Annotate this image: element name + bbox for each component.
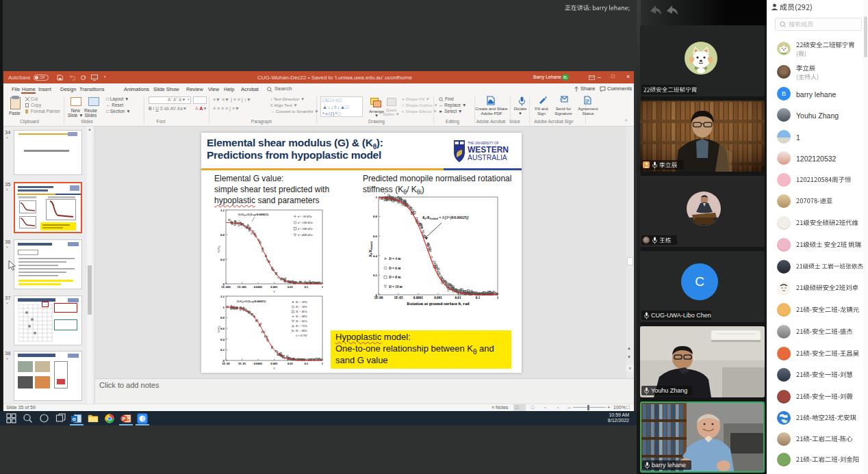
svg-text:o: o (73, 416, 76, 422)
svg-text:0.0001: 0.0001 (254, 362, 263, 365)
svg-text:e′ ≈ 0.792: e′ ≈ 0.792 (296, 334, 307, 337)
svg-text:0.8: 0.8 (373, 215, 378, 218)
svg-text:Rotation at ground surface θ,: Rotation at ground surface θ, rad (407, 301, 470, 306)
svg-text:G/G₀: G/G₀ (217, 245, 220, 252)
svg-text:1: 1 (322, 285, 324, 289)
svg-text:1E-06: 1E-06 (222, 362, 230, 365)
svg-text:1E-005: 1E-005 (238, 285, 247, 289)
svg-text:1E-05: 1E-05 (238, 362, 246, 365)
svg-text:0.001: 0.001 (270, 285, 278, 289)
svg-text:σ′=100 kPa: σ′=100 kPa (298, 221, 313, 224)
svg-text:1E-06: 1E-06 (374, 295, 383, 300)
svg-text:0.0001: 0.0001 (254, 285, 263, 289)
svg-text:G/G₀: G/G₀ (217, 325, 220, 332)
svg-text:0.4: 0.4 (220, 338, 225, 341)
svg-text:0.0001: 0.0001 (413, 295, 424, 300)
svg-text:1: 1 (376, 196, 378, 199)
svg-text:Kθ/Kθ,initial = 1/[1+(θ/0.0002: Kθ/Kθ,initial = 1/[1+(θ/0.00025)] (422, 215, 469, 220)
svg-text:0.01: 0.01 (455, 295, 461, 300)
svg-text:Dᵣ = 60%: Dᵣ = 60% (295, 315, 307, 318)
svg-text:Dᵣ = 75%: Dᵣ = 75% (295, 324, 307, 328)
svg-text:0.6: 0.6 (220, 327, 225, 330)
svg-text:σ′=400 kPa: σ′=400 kPa (298, 233, 313, 237)
svg-text:0.8: 0.8 (220, 316, 225, 319)
svg-text:0.01: 0.01 (288, 285, 294, 289)
svg-text:0.6: 0.6 (373, 235, 378, 238)
svg-text:γ: γ (274, 289, 276, 293)
svg-text:Kθ/Kθ,initial: Kθ/Kθ,initial (368, 241, 373, 258)
svg-text:σ′=200 kPa: σ′=200 kPa (298, 227, 313, 231)
svg-text:P: P (123, 416, 126, 422)
svg-text:0.001: 0.001 (434, 295, 442, 300)
svg-text:D = 4 m: D = 4 m (388, 256, 400, 261)
svg-text:Dᵣ = 30%: Dᵣ = 30% (295, 305, 307, 308)
svg-text:1E-006: 1E-006 (221, 285, 231, 289)
svg-text:0.8: 0.8 (220, 233, 225, 237)
svg-text:0.4: 0.4 (220, 258, 225, 261)
svg-text:G/G₀=1/(1+γ/0.00025): G/G₀=1/(1+γ/0.00025) (238, 213, 269, 216)
svg-text:D = 10 m: D = 10 m (388, 285, 403, 289)
svg-text:σ′= 50 kPa: σ′= 50 kPa (298, 215, 312, 218)
svg-text:Dᵣ = 45%: Dᵣ = 45% (295, 310, 307, 313)
svg-text:γ: γ (274, 366, 276, 369)
svg-text:D = 8 m: D = 8 m (388, 275, 400, 279)
svg-text:1.2: 1.2 (220, 209, 225, 212)
svg-text:0.1: 0.1 (305, 362, 309, 365)
svg-text:G/G₀=1/(1+γ/0.00025): G/G₀=1/(1+γ/0.00025) (237, 300, 266, 303)
svg-text:D = 6 m: D = 6 m (388, 266, 400, 270)
svg-text:1: 1 (497, 295, 499, 300)
svg-text:Dᵣ = 65%: Dᵣ = 65% (295, 319, 307, 323)
svg-text:1: 1 (223, 306, 225, 309)
svg-text:1.2: 1.2 (220, 295, 225, 298)
svg-text:0.01: 0.01 (288, 362, 294, 365)
svg-text:0.1: 0.1 (476, 295, 481, 300)
svg-text:1: 1 (322, 362, 324, 365)
svg-text:Dᵣ = 20%: Dᵣ = 20% (295, 300, 307, 304)
svg-text:1E-05: 1E-05 (394, 295, 403, 300)
svg-text:0.2: 0.2 (220, 348, 225, 352)
svg-text:Dᵣ = 80%: Dᵣ = 80% (295, 329, 307, 332)
svg-text:0.001: 0.001 (270, 362, 278, 365)
svg-text:0.1: 0.1 (305, 285, 309, 289)
svg-text:0.4: 0.4 (373, 254, 378, 258)
svg-text:0.2: 0.2 (373, 274, 378, 277)
